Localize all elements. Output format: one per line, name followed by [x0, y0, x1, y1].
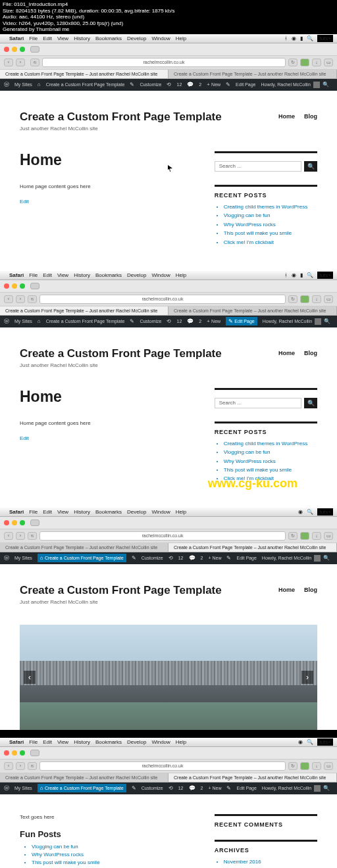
wifi-icon[interactable]: ◉: [298, 509, 303, 515]
browser-tab[interactable]: Create a Custom Front Page Template – Ju…: [0, 543, 168, 552]
menu-window[interactable]: Window: [151, 272, 170, 278]
menubar-app[interactable]: Safari: [9, 509, 24, 515]
wpbar-count2[interactable]: 2: [201, 556, 203, 560]
wpbar-howdy[interactable]: Howdy, Rachel McCollin: [261, 82, 310, 87]
menu-edit[interactable]: Edit: [43, 272, 52, 278]
menu-history[interactable]: History: [74, 272, 90, 278]
site-title[interactable]: Create a Custom Front Page Template: [20, 584, 222, 597]
wpbar-howdy[interactable]: Howdy, Rachel McCollin: [262, 786, 311, 790]
wpbar-new[interactable]: + New: [208, 556, 221, 560]
menu-history[interactable]: History: [74, 509, 90, 515]
menu-history[interactable]: History: [74, 36, 90, 41]
wpbar-count1[interactable]: 12: [178, 786, 184, 790]
recent-post-link[interactable]: This post will make you smile: [224, 467, 317, 473]
url-field[interactable]: rachelmccollin.co.uk: [42, 58, 286, 67]
search-icon[interactable]: 🔍: [307, 36, 313, 41]
nav-home[interactable]: Home: [278, 587, 295, 593]
menu-edit[interactable]: Edit: [43, 36, 52, 41]
search-icon[interactable]: 🔍: [323, 82, 329, 87]
url-field[interactable]: rachelmccollin.co.uk: [39, 761, 286, 771]
share-button[interactable]: ⎋: [30, 59, 39, 66]
menu-edit[interactable]: Edit: [43, 509, 52, 515]
reload-button[interactable]: ↻: [288, 532, 298, 540]
wpbar-customize[interactable]: Customize: [140, 319, 161, 324]
wpbar-edit[interactable]: Edit Page: [236, 786, 256, 790]
menu-view[interactable]: View: [57, 739, 68, 745]
browser-tab[interactable]: Create a Custom Front Page Template – Ju…: [0, 306, 168, 315]
nav-blog[interactable]: Blog: [304, 587, 317, 593]
menu-help[interactable]: Help: [176, 272, 186, 278]
bluetooth-icon[interactable]: ᚼ: [284, 36, 288, 41]
menu-edit[interactable]: Edit: [43, 739, 52, 745]
menu-history[interactable]: History: [74, 739, 90, 745]
post-link[interactable]: Vlogging can be fun: [32, 843, 195, 851]
recent-post-link[interactable]: Creating child themes in WordPress: [224, 441, 317, 447]
menu-bookmarks[interactable]: Bookmarks: [95, 739, 122, 745]
post-link[interactable]: This post will make you smile: [32, 859, 195, 867]
downloads-button[interactable]: ↓: [312, 295, 321, 303]
wp-logo-icon[interactable]: ⓦ: [4, 554, 9, 562]
sidebar-toggle-button[interactable]: [30, 519, 39, 526]
wpbar-new[interactable]: + New: [207, 318, 220, 324]
menubar-app[interactable]: Safari: [9, 739, 24, 745]
wpbar-count2[interactable]: 2: [201, 786, 203, 790]
wpbar-count1[interactable]: 12: [176, 82, 182, 87]
menu-help[interactable]: Help: [176, 739, 186, 745]
wpbar-count2[interactable]: 2: [199, 82, 201, 87]
wpbar-mysites[interactable]: My Sites: [14, 786, 32, 790]
wpbar-edit[interactable]: Edit Page: [236, 82, 255, 87]
avatar[interactable]: [313, 82, 320, 88]
wpbar-new[interactable]: + New: [207, 82, 220, 87]
menu-window[interactable]: Window: [151, 36, 170, 41]
nav-home[interactable]: Home: [278, 350, 295, 356]
share-button[interactable]: ⎋: [28, 532, 37, 540]
browser-tab[interactable]: Create a Custom Front Page Template – Ju…: [168, 773, 337, 782]
search-icon[interactable]: 🔍: [323, 785, 330, 791]
recent-post-link[interactable]: Creating child themes in WordPress: [224, 204, 317, 210]
signal-icon[interactable]: ▮: [300, 272, 303, 278]
wifi-icon[interactable]: ◉: [292, 36, 296, 41]
minimize-window-icon[interactable]: [12, 283, 17, 289]
reload-button[interactable]: ↻: [288, 295, 298, 303]
wpbar-edit[interactable]: Edit Page: [236, 556, 256, 560]
wpbar-new[interactable]: + New: [208, 786, 221, 790]
edit-link[interactable]: Edit: [20, 435, 195, 441]
back-button[interactable]: ‹: [4, 295, 13, 303]
search-button[interactable]: 🔍: [304, 161, 317, 172]
wpbar-edit-selected[interactable]: ✎ Edit Page: [226, 317, 257, 326]
zoom-window-icon[interactable]: [20, 750, 25, 756]
sidebar-toggle-button[interactable]: [30, 750, 39, 756]
zoom-window-icon[interactable]: [20, 283, 25, 289]
wpbar-customize[interactable]: Customize: [142, 556, 163, 560]
browser-tab[interactable]: Create a Custom Front Page Template – Ju…: [0, 70, 168, 78]
downloads-button[interactable]: ↓: [312, 762, 321, 770]
forward-button[interactable]: ›: [16, 532, 25, 540]
search-input[interactable]: Search ...: [215, 398, 301, 408]
reload-button[interactable]: ↻: [288, 762, 298, 770]
url-field[interactable]: rachelmccollin.co.uk: [39, 531, 286, 541]
back-button[interactable]: ‹: [4, 762, 13, 770]
recent-post-link[interactable]: Click me! I'm clickbait: [224, 239, 317, 246]
nav-home[interactable]: Home: [278, 113, 295, 120]
browser-tab[interactable]: Create a Custom Front Page Template – Ju…: [168, 70, 337, 78]
wpbar-sitename[interactable]: Create a Custom Front Page Template: [46, 319, 125, 324]
share-button[interactable]: ⎋: [28, 295, 37, 303]
wpbar-sitename-selected[interactable]: ⌂ Create a Custom Front Page Template: [38, 784, 126, 792]
avatar[interactable]: [315, 318, 321, 325]
menu-window[interactable]: Window: [151, 739, 170, 745]
forward-button[interactable]: ›: [16, 59, 25, 66]
menu-file[interactable]: File: [29, 272, 38, 278]
reader-icon[interactable]: [300, 532, 309, 540]
tabs-button[interactable]: ▭: [324, 295, 333, 303]
search-button[interactable]: 🔍: [304, 398, 317, 408]
zoom-window-icon[interactable]: [20, 47, 25, 52]
wp-logo-icon[interactable]: ⓦ: [4, 318, 9, 325]
minimize-window-icon[interactable]: [12, 47, 17, 52]
comments-icon[interactable]: 💬: [187, 82, 194, 87]
avatar[interactable]: [314, 555, 321, 562]
recent-post-link[interactable]: This post will make you smile: [224, 230, 317, 237]
wp-logo-icon[interactable]: ⓦ: [4, 784, 9, 792]
search-icon[interactable]: 🔍: [324, 318, 330, 324]
menu-file[interactable]: File: [29, 509, 38, 515]
wpbar-howdy[interactable]: Howdy, Rachel McCollin: [262, 556, 311, 560]
